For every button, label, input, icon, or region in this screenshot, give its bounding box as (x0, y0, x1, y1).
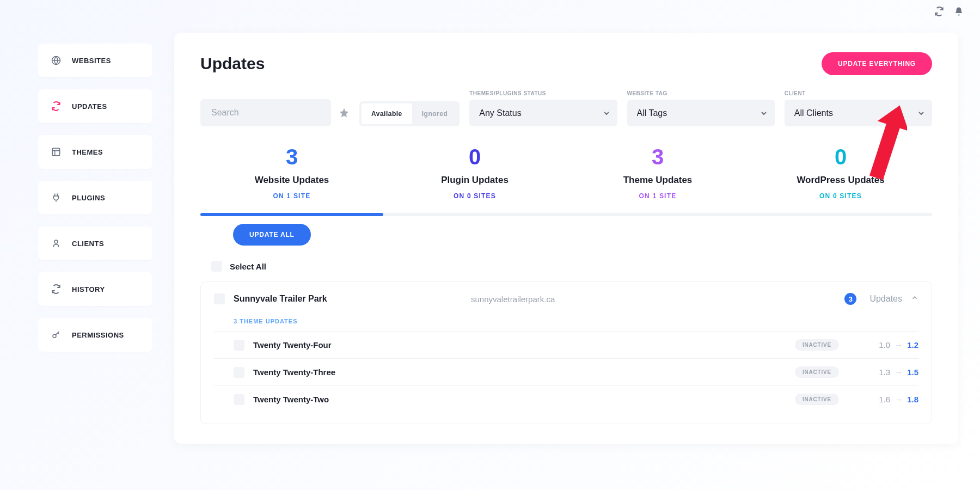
update-row: Twenty Twenty-Four Inactive 1.0 → 1.2 (214, 331, 918, 358)
sidebar-item-websites[interactable]: Websites (38, 44, 152, 77)
update-name: Twenty Twenty-Four (253, 340, 786, 350)
version-from: 1.3 (879, 367, 890, 377)
update-row: Twenty Twenty-Two Inactive 1.6 → 1.8 (214, 385, 918, 413)
sidebar-item-themes[interactable]: Themes (38, 135, 152, 169)
main-panel: Updates Update Everything Available Igno… (174, 33, 958, 444)
sidebar-label: Themes (72, 148, 103, 156)
sidebar-item-plugins[interactable]: Plugins (38, 181, 152, 215)
user-icon (51, 238, 61, 248)
version-to: 1.8 (907, 395, 918, 404)
update-all-button[interactable]: Update All (233, 224, 311, 246)
globe-icon (51, 56, 61, 65)
filter-select-status[interactable]: Any Status (469, 100, 617, 126)
update-everything-button[interactable]: Update Everything (822, 52, 932, 75)
section-heading: 3 Theme Updates (234, 318, 918, 324)
row-checkbox[interactable] (234, 340, 244, 351)
sidebar-item-history[interactable]: History (38, 272, 152, 306)
sidebar-item-permissions[interactable]: Permissions (38, 318, 152, 352)
filter-label-client: Client (785, 90, 932, 96)
row-checkbox[interactable] (234, 394, 244, 405)
status-pill: Inactive (795, 366, 839, 378)
stat-title: Plugin Updates (383, 175, 566, 186)
version-to: 1.5 (907, 367, 918, 377)
page-title: Updates (200, 54, 265, 73)
site-url: sunnyvaletrailerpark.ca (471, 295, 836, 304)
stat-sub: On 1 Site (566, 192, 749, 200)
update-row: Twenty Twenty-Three Inactive 1.3 → 1.5 (214, 358, 918, 385)
sidebar-label: Websites (72, 57, 111, 65)
select-all-checkbox[interactable] (211, 261, 222, 272)
stat-count: 0 (383, 145, 566, 169)
tab-indicator-track (200, 213, 932, 216)
version: 1.3 → 1.5 (848, 367, 918, 377)
sidebar-label: Permissions (72, 331, 124, 339)
plug-icon (51, 193, 61, 203)
version: 1.0 → 1.2 (848, 340, 918, 350)
stats-tabs: 3 Website Updates On 1 Site 0 Plugin Upd… (200, 145, 932, 213)
stat-title: Theme Updates (566, 175, 749, 186)
site-checkbox[interactable] (214, 293, 225, 304)
site-name: Sunnyvale Trailer Park (234, 294, 462, 304)
filter-select-client[interactable]: All Clients (785, 100, 932, 126)
arrow-right-icon: → (895, 340, 903, 350)
svg-rect-1 (52, 148, 60, 156)
refresh-icon (51, 101, 61, 111)
sidebar-label: History (72, 285, 105, 293)
select-all-label: Select All (230, 262, 266, 271)
stat-count: 3 (200, 145, 383, 169)
search-input[interactable] (200, 99, 331, 126)
stat-website-updates[interactable]: 3 Website Updates On 1 Site (200, 145, 383, 213)
sidebar-label: Updates (72, 102, 107, 111)
toggle-ignored[interactable]: Ignored (412, 103, 458, 124)
stat-sub: On 0 Sites (383, 192, 566, 200)
sidebar: Websites Updates Themes Plugins Clients … (0, 33, 174, 444)
row-checkbox[interactable] (234, 367, 244, 378)
stat-plugin-updates[interactable]: 0 Plugin Updates On 0 Sites (383, 145, 566, 213)
stat-sub: On 0 Sites (749, 192, 932, 200)
site-header[interactable]: Sunnyvale Trailer Park sunnyvaletrailerp… (214, 293, 918, 305)
layout-icon (51, 147, 61, 157)
bell-icon[interactable] (954, 7, 964, 16)
arrow-right-icon: → (895, 367, 903, 377)
stat-title: Website Updates (200, 175, 383, 186)
version-to: 1.2 (907, 340, 918, 350)
filter-select-tag[interactable]: All Tags (627, 100, 775, 126)
toggle-available[interactable]: Available (362, 103, 412, 124)
stat-count: 0 (749, 145, 932, 169)
status-pill: Inactive (795, 339, 839, 351)
update-name: Twenty Twenty-Two (253, 395, 786, 404)
refresh-icon[interactable] (934, 7, 944, 16)
version: 1.6 → 1.8 (848, 395, 918, 404)
stat-wordpress-updates[interactable]: 0 WordPress Updates On 0 Sites (749, 145, 932, 213)
stat-theme-updates[interactable]: 3 Theme Updates On 1 Site (566, 145, 749, 213)
sidebar-item-clients[interactable]: Clients (38, 226, 152, 260)
sidebar-item-updates[interactable]: Updates (38, 89, 152, 123)
topbar (934, 7, 964, 16)
status-toggle: Available Ignored (359, 101, 460, 126)
sidebar-label: Clients (72, 240, 104, 248)
version-from: 1.0 (879, 340, 890, 350)
star-icon[interactable] (339, 107, 350, 118)
stat-count: 3 (566, 145, 749, 169)
version-from: 1.6 (879, 395, 890, 404)
stat-title: WordPress Updates (749, 175, 932, 186)
chevron-up-icon[interactable] (911, 294, 918, 304)
key-icon (51, 330, 61, 340)
tab-indicator-active (200, 213, 383, 216)
update-name: Twenty Twenty-Three (253, 367, 786, 377)
stat-sub: On 1 Site (200, 192, 383, 200)
history-icon (51, 284, 61, 294)
sidebar-label: Plugins (72, 194, 105, 202)
filter-label-status: Themes/Plugins Status (469, 90, 617, 96)
site-card: Sunnyvale Trailer Park sunnyvaletrailerp… (200, 281, 932, 424)
updates-count-badge: 3 (844, 293, 856, 305)
status-pill: Inactive (795, 394, 839, 405)
svg-point-2 (54, 240, 58, 243)
arrow-right-icon: → (895, 395, 903, 404)
filter-label-tag: Website Tag (627, 90, 775, 96)
updates-label: Updates (869, 294, 902, 304)
